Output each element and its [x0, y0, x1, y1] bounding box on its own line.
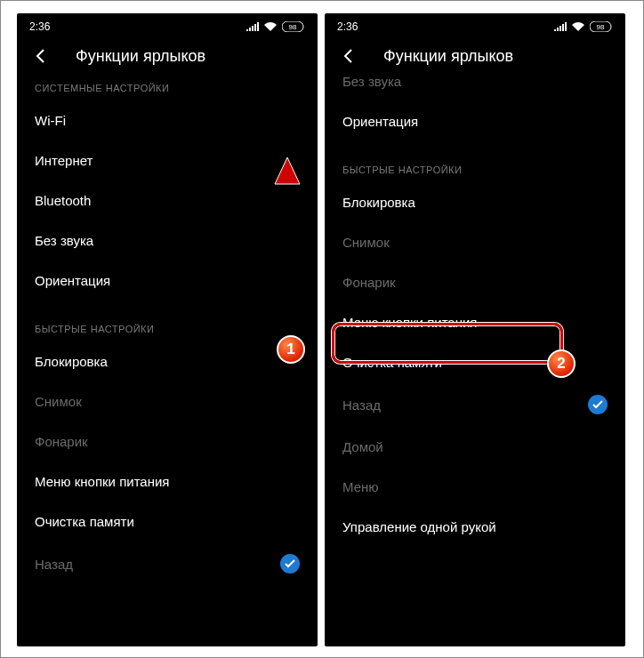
svg-text:98: 98	[289, 23, 297, 31]
item-home[interactable]: Домой	[325, 427, 625, 467]
item-screenshot[interactable]: Снимок	[325, 222, 625, 262]
check-icon	[280, 554, 300, 574]
section-quick: БЫСТРЫЕ НАСТРОЙКИ	[325, 148, 625, 182]
item-internet[interactable]: Интернет	[17, 140, 318, 181]
battery-icon: 98	[282, 21, 305, 32]
signal-icon	[554, 22, 567, 31]
status-bar: 2:36 98	[17, 13, 318, 36]
item-clear-memory[interactable]: Очистка памяти	[325, 342, 625, 382]
item-bluetooth[interactable]: Bluetooth	[17, 181, 318, 221]
item-lock[interactable]: Блокировка	[17, 341, 318, 381]
battery-icon: 98	[590, 21, 613, 32]
wifi-icon	[572, 22, 584, 31]
item-screenshot[interactable]: Снимок	[17, 381, 318, 421]
item-power-menu[interactable]: Меню кнопки питания	[17, 461, 318, 502]
item-orientation[interactable]: Ориентация	[17, 261, 318, 301]
header: Функции ярлыков	[325, 36, 625, 79]
item-lock[interactable]: Блокировка	[325, 182, 625, 222]
screen-left: 2:36 98 Функции ярлыков СИСТЕМНЫЕ НАСТРО…	[17, 13, 318, 646]
status-icons: 98	[246, 21, 305, 32]
header: Функции ярлыков	[17, 36, 318, 79]
status-time: 2:36	[337, 20, 358, 33]
item-wifi[interactable]: Wi-Fi	[17, 100, 318, 140]
svg-text:98: 98	[597, 23, 605, 31]
page-title: Функции ярлыков	[383, 47, 513, 66]
item-one-hand[interactable]: Управление одной рукой	[325, 507, 625, 547]
item-power-menu[interactable]: Меню кнопки питания	[325, 302, 625, 342]
item-back[interactable]: Назад	[17, 542, 318, 586]
page-title: Функции ярлыков	[76, 47, 205, 66]
chevron-left-icon	[36, 49, 44, 63]
item-flashlight[interactable]: Фонарик	[17, 421, 318, 461]
item-back[interactable]: Назад	[325, 382, 625, 427]
signal-icon	[246, 22, 259, 31]
item-orientation[interactable]: Ориентация	[325, 101, 625, 141]
back-button[interactable]	[337, 45, 358, 67]
chevron-left-icon	[343, 49, 352, 63]
item-menu[interactable]: Меню	[325, 467, 625, 507]
section-system: СИСТЕМНЫЕ НАСТРОЙКИ	[17, 79, 318, 100]
back-button[interactable]	[29, 45, 51, 67]
status-icons: 98	[554, 21, 613, 32]
item-clear-memory[interactable]: Очистка памяти	[17, 502, 318, 542]
check-icon	[588, 395, 608, 414]
item-flashlight[interactable]: Фонарик	[325, 262, 625, 302]
item-silent[interactable]: Без звука	[17, 221, 318, 261]
status-bar: 2:36 98	[325, 13, 625, 36]
item-silent-cut[interactable]: Без звука	[325, 74, 625, 101]
screen-right: 2:36 98 Функции ярлыков Без звука Ориент…	[325, 13, 625, 646]
status-time: 2:36	[29, 20, 50, 33]
wifi-icon	[264, 22, 277, 31]
section-quick: БЫСТРЫЕ НАСТРОЙКИ	[17, 308, 318, 341]
